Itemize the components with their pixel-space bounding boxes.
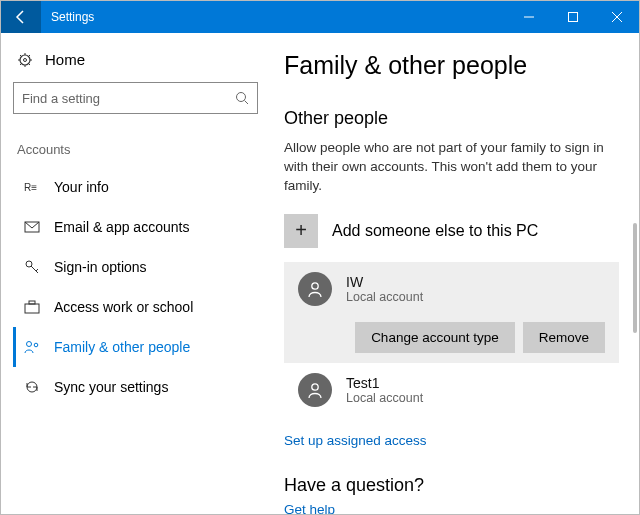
account-type: Local account	[346, 391, 423, 405]
nav-label: Email & app accounts	[54, 219, 189, 235]
account-row-test1[interactable]: Test1 Local account	[284, 363, 619, 417]
svg-point-26	[312, 383, 318, 389]
change-account-type-button[interactable]: Change account type	[355, 322, 515, 353]
page-title: Family & other people	[284, 51, 619, 80]
svg-line-15	[245, 101, 249, 105]
sidebar-item-work[interactable]: Access work or school	[13, 287, 264, 327]
get-help-link[interactable]: Get help	[284, 502, 335, 514]
sidebar-item-email[interactable]: Email & app accounts	[13, 207, 264, 247]
svg-rect-22	[29, 301, 35, 304]
scrollbar[interactable]	[633, 223, 637, 333]
mail-icon	[24, 221, 40, 233]
main-panel: Family & other people Other people Allow…	[276, 33, 639, 514]
key-icon	[24, 259, 40, 275]
svg-point-24	[34, 343, 38, 347]
avatar-icon	[298, 272, 332, 306]
sidebar-item-your-info[interactable]: R≡ Your info	[13, 167, 264, 207]
svg-line-10	[20, 55, 22, 57]
svg-point-14	[237, 93, 246, 102]
briefcase-icon	[24, 300, 40, 314]
info-icon: R≡	[24, 181, 40, 193]
search-placeholder: Find a setting	[22, 91, 235, 106]
people-icon	[24, 340, 40, 354]
sidebar-item-family[interactable]: Family & other people	[13, 327, 264, 367]
home-label: Home	[45, 51, 85, 68]
other-people-heading: Other people	[284, 108, 619, 129]
window-title: Settings	[51, 10, 507, 24]
minimize-button[interactable]	[507, 1, 551, 33]
avatar-icon	[298, 373, 332, 407]
nav-label: Your info	[54, 179, 109, 195]
add-someone-label: Add someone else to this PC	[332, 222, 538, 240]
account-name: Test1	[346, 375, 423, 391]
search-input[interactable]: Find a setting	[13, 82, 258, 114]
plus-icon: +	[284, 214, 318, 248]
sidebar-item-signin[interactable]: Sign-in options	[13, 247, 264, 287]
sync-icon	[24, 379, 40, 395]
sidebar-item-sync[interactable]: Sync your settings	[13, 367, 264, 407]
svg-line-13	[29, 55, 31, 57]
gear-icon	[17, 52, 33, 68]
account-type: Local account	[346, 290, 423, 304]
svg-line-11	[29, 63, 31, 65]
assigned-access-link[interactable]: Set up assigned access	[284, 433, 427, 448]
home-button[interactable]: Home	[17, 51, 264, 68]
add-someone-button[interactable]: + Add someone else to this PC	[284, 214, 619, 248]
sidebar: Home Find a setting Accounts R≡ Your inf…	[1, 33, 276, 514]
svg-point-5	[24, 58, 27, 61]
nav-label: Access work or school	[54, 299, 193, 315]
search-icon	[235, 91, 249, 105]
category-label: Accounts	[17, 142, 264, 157]
remove-account-button[interactable]: Remove	[523, 322, 605, 353]
nav-label: Family & other people	[54, 339, 190, 355]
account-name: IW	[346, 274, 423, 290]
svg-rect-1	[569, 13, 578, 22]
svg-line-12	[20, 63, 22, 65]
maximize-button[interactable]	[551, 1, 595, 33]
nav-label: Sync your settings	[54, 379, 168, 395]
back-button[interactable]	[1, 1, 41, 33]
titlebar: Settings	[1, 1, 639, 33]
account-row-iw[interactable]: IW Local account Change account type Rem…	[284, 262, 619, 363]
other-people-description: Allow people who are not part of your fa…	[284, 139, 614, 196]
close-button[interactable]	[595, 1, 639, 33]
svg-text:R≡: R≡	[24, 182, 37, 193]
arrow-left-icon	[13, 9, 29, 25]
nav-list: R≡ Your info Email & app accounts Sign-i…	[13, 167, 264, 407]
question-heading: Have a question?	[284, 475, 619, 496]
svg-point-25	[312, 282, 318, 288]
svg-point-23	[27, 342, 32, 347]
nav-label: Sign-in options	[54, 259, 147, 275]
svg-line-20	[36, 269, 38, 271]
svg-rect-21	[25, 304, 39, 313]
window-controls	[507, 1, 639, 33]
